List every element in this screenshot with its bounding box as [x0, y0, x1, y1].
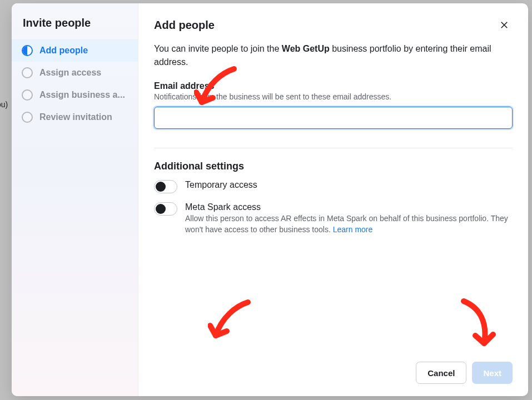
temporary-access-label: Temporary access	[185, 180, 513, 190]
intro-prefix: You can invite people to join the	[154, 44, 282, 53]
page-title: Add people	[154, 19, 215, 32]
wizard-sidebar: Invite people Add people Assign access A…	[12, 3, 138, 396]
annotation-arrow-icon	[208, 298, 258, 348]
intro-text: You can invite people to join the Web Ge…	[154, 42, 513, 69]
meta-spark-label: Meta Spark access	[185, 202, 513, 212]
cancel-button[interactable]: Cancel	[416, 362, 466, 384]
learn-more-link[interactable]: Learn more	[333, 225, 373, 234]
step-review-invitation[interactable]: Review invitation	[12, 106, 138, 128]
step-empty-icon	[22, 67, 33, 78]
meta-spark-toggle[interactable]	[154, 202, 177, 216]
footer-actions: Cancel Next	[154, 362, 513, 384]
email-field-group: Email address Notifications from the bus…	[154, 81, 513, 129]
step-empty-icon	[22, 89, 33, 101]
meta-spark-row: Meta Spark access Allow this person to a…	[154, 202, 513, 235]
email-label: Email address	[154, 81, 513, 91]
sidebar-title: Invite people	[12, 17, 138, 39]
step-label: Assign access	[39, 68, 101, 78]
main-header: Add people	[154, 17, 513, 33]
toggle-text: Temporary access	[185, 180, 513, 190]
invite-people-modal: Invite people Add people Assign access A…	[12, 3, 528, 396]
additional-settings-heading: Additional settings	[154, 161, 513, 172]
step-progress-icon	[22, 45, 33, 56]
next-button[interactable]: Next	[472, 362, 513, 384]
step-assign-business[interactable]: Assign business a...	[12, 84, 138, 106]
meta-spark-description: Allow this person to access AR effects i…	[185, 213, 513, 235]
main-panel: Add people You can invite people to join…	[138, 3, 528, 396]
wizard-steps: Add people Assign access Assign business…	[12, 39, 138, 128]
close-icon	[499, 20, 509, 30]
step-assign-access[interactable]: Assign access	[12, 62, 138, 84]
temporary-access-row: Temporary access	[154, 180, 513, 193]
section-divider	[154, 148, 513, 148]
intro-business-name: Web GetUp	[282, 44, 330, 53]
step-label: Assign business a...	[39, 90, 125, 100]
toggle-text: Meta Spark access Allow this person to a…	[185, 202, 513, 235]
toggle-knob-icon	[156, 182, 166, 192]
email-input[interactable]	[154, 107, 513, 129]
step-label: Review invitation	[39, 112, 112, 122]
backdrop-fragment: ou)	[0, 100, 8, 109]
step-label: Add people	[39, 46, 88, 56]
annotation-arrow-icon	[455, 298, 500, 353]
close-button[interactable]	[496, 17, 513, 33]
toggle-knob-icon	[156, 204, 166, 214]
step-empty-icon	[22, 112, 33, 123]
email-hint: Notifications from the business will be …	[154, 92, 513, 101]
temporary-access-toggle[interactable]	[154, 180, 177, 193]
step-add-people[interactable]: Add people	[12, 39, 138, 62]
